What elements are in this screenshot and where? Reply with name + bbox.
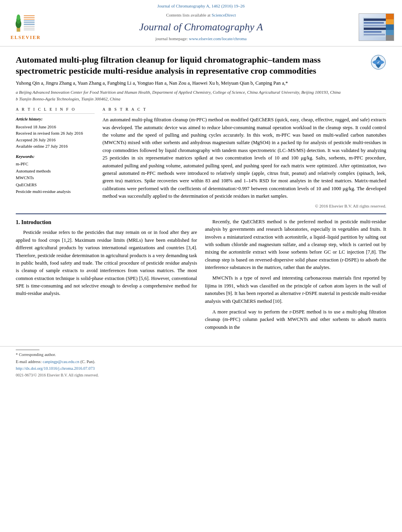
affiliation-b: b Tianjin Bonno-Agela Technologies, Tian… <box>16 96 386 102</box>
journal-banner: ELSEVIER Contents lists available at Sci… <box>8 11 394 43</box>
intro-para1: Pesticide residue refers to the pesticid… <box>16 229 197 297</box>
keyword-item: MWCNTs <box>16 174 95 182</box>
keyword-item: QuEChERS <box>16 182 95 189</box>
page: Journal of Chromatography A, 1462 (2016)… <box>0 0 402 532</box>
doi-line: http://dx.doi.org/10.1016/j.chroma.2016.… <box>16 366 386 372</box>
article-title: Automated multi-plug filtration cleanup … <box>16 54 339 77</box>
elsevier-text: ELSEVIER <box>11 34 41 41</box>
keyword-item: Automated methods <box>16 168 95 175</box>
article-info-column: A R T I C L E I N F O Article history: R… <box>16 107 95 209</box>
keywords-title: Keywords: <box>16 154 95 159</box>
keyword-item: Pesticide multi-residue analysis <box>16 188 95 195</box>
article-main: Automated multi-plug filtration cleanup … <box>0 46 402 342</box>
article-info-abstract: A R T I C L E I N F O Article history: R… <box>16 107 386 209</box>
homepage-link[interactable]: www.elsevier.com/locate/chroma <box>189 36 247 41</box>
main-divider <box>16 213 386 214</box>
history-title: Article history: <box>16 116 95 122</box>
svg-text:✓: ✓ <box>377 60 380 65</box>
affiliations: a Beijing Advanced Innovation Center for… <box>16 89 386 102</box>
journal-title-center: Contents lists available at ScienceDirec… <box>43 12 359 42</box>
keywords-section: Keywords: m-PFCAutomated methodsMWCNTsQu… <box>16 154 95 195</box>
contents-available-line: Contents lists available at ScienceDirec… <box>43 12 359 18</box>
right-para2: MWCNTs is a type of novel and interestin… <box>205 274 386 305</box>
email-link[interactable]: canpingp@cau.edu.cn <box>43 360 79 364</box>
journal-header: Journal of Chromatography A, 1462 (2016)… <box>0 0 402 46</box>
svg-point-3 <box>17 14 20 20</box>
affiliation-a: a Beijing Advanced Innovation Center for… <box>16 89 386 96</box>
footer-divider <box>16 350 39 350</box>
intro-heading: 1. Introduction <box>16 218 197 227</box>
article-history: Article history: Received 18 June 2016 R… <box>16 116 95 149</box>
received-date: Received 18 June 2016 <box>16 124 95 130</box>
journal-cover-image <box>359 13 394 41</box>
body-columns: 1. Introduction Pesticide residue refers… <box>16 218 386 334</box>
article-title-row: Automated multi-plug filtration cleanup … <box>16 50 386 77</box>
right-para3: A more practical way to perform the r-DS… <box>205 308 386 331</box>
elsevier-tree-icon <box>14 14 37 33</box>
accepted-date: Accepted 26 July 2016 <box>16 137 95 143</box>
abstract-text: An automated multi-plug filtration clean… <box>102 116 386 200</box>
sciencedirect-link[interactable]: ScienceDirect <box>212 13 236 17</box>
abstract-label: A B S T R A C T <box>102 107 386 114</box>
right-para1: Recently, the QuEChERS method is the pre… <box>205 218 386 272</box>
corresponding-author-note: * Corresponding author. <box>16 352 386 358</box>
issn-line: 0021-9673/© 2016 Elsevier B.V. All right… <box>16 373 386 378</box>
revised-date: Received in revised form 26 July 2016 <box>16 130 95 137</box>
article-info-label: A R T I C L E I N F O <box>16 107 95 114</box>
cover-stripes <box>386 14 394 41</box>
abstract-column: A B S T R A C T An automated multi-plug … <box>102 107 386 209</box>
keyword-item: m-PFC <box>16 161 95 168</box>
body-col-left: 1. Introduction Pesticide residue refers… <box>16 218 197 334</box>
journal-main-title: Journal of Chromatography A <box>43 20 359 34</box>
crossmark-icon: ✓ <box>370 54 386 70</box>
available-date: Available online 27 July 2016 <box>16 143 95 150</box>
doi-link[interactable]: http://dx.doi.org/10.1016/j.chroma.2016.… <box>16 366 95 371</box>
authors: Yuhong Qin a, Jingru Zhang a, Yuan Zhang… <box>16 80 386 87</box>
elsevier-logo: ELSEVIER <box>8 14 43 41</box>
article-footer: * Corresponding author. E-mail address: … <box>0 346 402 380</box>
email-note: E-mail address: canpingp@cau.edu.cn (C. … <box>16 359 386 365</box>
journal-homepage: journal homepage: www.elsevier.com/locat… <box>43 36 359 42</box>
keywords-list: m-PFCAutomated methodsMWCNTsQuEChERSPest… <box>16 161 95 195</box>
copyright-line: © 2016 Elsevier B.V. All rights reserved… <box>102 203 386 209</box>
journal-citation: Journal of Chromatography A, 1462 (2016)… <box>8 3 394 9</box>
body-col-right: Recently, the QuEChERS method is the pre… <box>205 218 386 334</box>
